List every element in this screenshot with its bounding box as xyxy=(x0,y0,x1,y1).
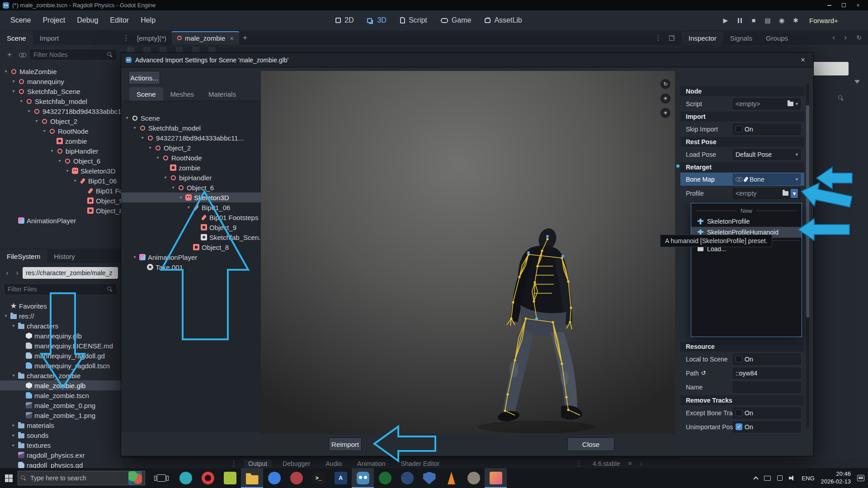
path-value[interactable]: ::oyw84 xyxy=(733,368,801,379)
file-row[interactable]: male_zombie_0.png xyxy=(0,400,121,410)
taskbar-app-button[interactable] xyxy=(219,468,241,488)
menu-item[interactable]: Debug xyxy=(71,10,104,30)
tree-row[interactable]: Skeleton3D xyxy=(121,192,261,202)
taskbar-app-button[interactable]: A xyxy=(330,468,352,488)
workspace-tab[interactable]: 2D xyxy=(335,16,354,24)
filter-files-input[interactable]: Filter Files xyxy=(4,283,117,295)
task-view-button[interactable] xyxy=(151,468,172,488)
expand-arrow-icon[interactable] xyxy=(11,324,16,328)
forward-icon[interactable]: › xyxy=(13,267,22,279)
tree-row[interactable]: AnimationPlayer xyxy=(121,252,261,262)
tree-row[interactable]: Sketchfab_model xyxy=(121,123,261,133)
taskbar-app-button[interactable] xyxy=(241,468,263,488)
file-row[interactable]: character_zombie xyxy=(0,371,121,380)
tree-row[interactable]: mannequiny xyxy=(0,76,121,86)
chevron-down-icon[interactable]: ▾ xyxy=(796,177,798,182)
tree-row[interactable]: Scene xyxy=(121,113,261,123)
dock-tab[interactable]: FileSystem xyxy=(0,249,47,263)
dialog-tab[interactable]: Materials xyxy=(201,87,243,101)
menu-item[interactable]: Project xyxy=(37,10,71,30)
remote-debug-icon[interactable]: ▤ xyxy=(762,14,774,26)
instance-scene-icon[interactable] xyxy=(19,52,26,57)
pause-button[interactable] xyxy=(734,14,745,26)
workspace-tab[interactable]: 3D xyxy=(367,16,386,24)
tree-row[interactable]: bipHandler xyxy=(0,146,121,156)
taskbar-app-button[interactable] xyxy=(285,468,307,488)
clock[interactable]: 20:46 2026-02-13 xyxy=(821,470,851,486)
tree-row[interactable]: Object_9 xyxy=(0,196,121,206)
customize-run-icon[interactable]: ✱ xyxy=(790,14,802,26)
bottom-tab[interactable]: Animation xyxy=(353,460,390,468)
expand-arrow-icon[interactable] xyxy=(4,69,8,74)
file-row[interactable]: materials xyxy=(0,420,121,430)
bottom-tab[interactable]: Shader Editor xyxy=(396,460,444,468)
taskbar-app-button[interactable] xyxy=(197,468,219,488)
folder-icon[interactable] xyxy=(788,102,793,106)
console-icon[interactable]: ≡ xyxy=(628,460,632,467)
taskbar-app-button[interactable] xyxy=(175,468,197,488)
dock-tab[interactable]: Inspector xyxy=(682,31,723,45)
script-value[interactable]: <empty> ▾ xyxy=(733,99,801,109)
expand-arrow-icon[interactable] xyxy=(125,116,129,120)
expand-arrow-icon[interactable] xyxy=(156,155,160,160)
tree-row[interactable]: Bip01_06 xyxy=(0,176,121,186)
dock-tab[interactable]: Signals xyxy=(723,31,759,45)
expand-arrow-icon[interactable] xyxy=(73,178,77,183)
expand-arrow-icon[interactable] xyxy=(65,169,70,173)
taskbar-app-button[interactable] xyxy=(440,468,462,488)
add-node-icon[interactable]: + xyxy=(4,48,15,61)
menu-item[interactable]: Help xyxy=(135,10,161,30)
dock-tab[interactable]: History xyxy=(47,249,82,263)
file-row[interactable]: Favorites xyxy=(0,301,121,311)
model-preview[interactable]: ↻ ☀ ☀ xyxy=(261,71,675,434)
taskbar-app-button[interactable] xyxy=(374,468,396,488)
tree-row[interactable]: 94322718bd9d4333abbc11... xyxy=(121,133,261,143)
movie-maker-icon[interactable]: ◉ xyxy=(776,14,788,26)
skip-import-value[interactable]: On xyxy=(733,124,801,135)
expand-arrow-icon[interactable] xyxy=(19,99,24,103)
tree-row[interactable]: zombie xyxy=(0,136,121,146)
close-icon[interactable]: × xyxy=(851,0,865,10)
taskbar-app-button[interactable]: >_ xyxy=(307,468,330,488)
chevron-down-icon[interactable]: ▾ xyxy=(796,152,798,157)
dock-tab[interactable]: Groups xyxy=(759,31,795,45)
expand-arrow-icon[interactable] xyxy=(11,433,16,437)
expand-arrow-icon[interactable] xyxy=(11,423,16,427)
volume-icon[interactable] xyxy=(789,475,795,481)
expand-viewport-icon[interactable] xyxy=(669,35,675,41)
expand-arrow-icon[interactable] xyxy=(132,255,137,259)
start-button[interactable] xyxy=(0,468,18,488)
checkbox-checked-icon[interactable] xyxy=(736,423,742,430)
expand-arrow-icon[interactable] xyxy=(179,195,183,200)
dialog-tab[interactable]: Scene xyxy=(129,87,163,101)
workspace-tab[interactable]: AssetLib xyxy=(485,16,522,24)
actions-button[interactable]: Actions... xyxy=(128,71,160,84)
tree-row[interactable]: bipHandler xyxy=(121,173,261,183)
version-menu-icon[interactable]: ⋮ xyxy=(574,459,585,468)
expand-arrow-icon[interactable] xyxy=(171,185,175,190)
checkbox-icon[interactable] xyxy=(736,409,742,416)
tree-row[interactable]: MaleZombie xyxy=(0,66,121,76)
expand-arrow-icon[interactable] xyxy=(140,136,145,140)
maximize-icon[interactable] xyxy=(836,0,851,10)
current-path-field[interactable]: res://character_zombie/male_z xyxy=(23,267,118,279)
inspector-scrollbar[interactable] xyxy=(806,84,809,428)
add-scene-tab-button[interactable]: + xyxy=(239,31,251,45)
workspace-tab[interactable]: Script xyxy=(400,16,427,24)
expand-arrow-icon[interactable] xyxy=(148,145,152,150)
tree-row[interactable]: Skeleton3D xyxy=(0,166,121,176)
local-to-scene-value[interactable]: On xyxy=(733,354,801,365)
folder-icon[interactable] xyxy=(783,191,788,196)
back-icon[interactable]: ‹ xyxy=(3,267,12,279)
tree-row[interactable]: Sketchfab_model xyxy=(0,96,121,106)
bone-map-value[interactable]: Bone ▾ xyxy=(733,174,801,185)
tab-empty-scene[interactable]: [empty](*) xyxy=(132,31,172,45)
stop-button[interactable]: ■ xyxy=(748,14,760,26)
tree-row[interactable]: Bip01_06 xyxy=(121,202,261,212)
taskbar-search-input[interactable]: Type here to search xyxy=(18,471,145,485)
taskbar-app-button[interactable] xyxy=(352,468,374,488)
bottom-tab[interactable]: Debugger xyxy=(278,460,315,468)
tray-chevron-icon[interactable] xyxy=(754,476,759,481)
expand-panel-icon[interactable]: ↕ xyxy=(640,460,643,467)
tab-close-icon[interactable]: × xyxy=(230,34,234,42)
